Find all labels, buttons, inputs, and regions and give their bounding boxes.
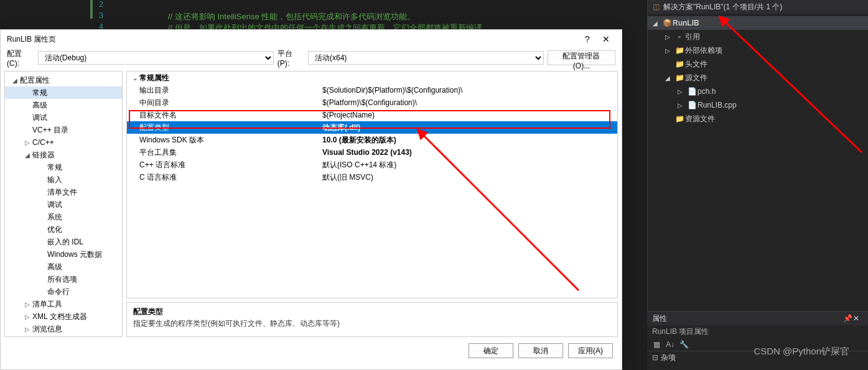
ok-button[interactable]: 确定	[469, 343, 513, 358]
code-lines: // 这还将影响 IntelliSense 性能，包括代码完成和许多代码浏览功能…	[168, 0, 490, 34]
config-tree[interactable]: ◢配置属性常规高级调试VC++ 目录▷C/C++◢链接器常规输入清单文件调试系统…	[4, 71, 123, 337]
prop-row[interactable]: C 语言标准默认(旧 MSVC)	[127, 171, 617, 183]
tree-item[interactable]: 命令行	[5, 285, 122, 298]
expand-arrow-icon[interactable]: ▷	[678, 102, 686, 109]
tree-item-label: 调试	[32, 113, 47, 123]
tree-item[interactable]: 调试	[5, 111, 122, 124]
tree-item[interactable]: Windows 元数据	[5, 248, 122, 261]
dialog-title: RunLIB 属性页	[7, 34, 56, 45]
prop-row[interactable]: 平台工具集Visual Studio 2022 (v143)	[127, 146, 617, 159]
prop-row[interactable]: C++ 语言标准默认(ISO C++14 标准)	[127, 159, 617, 171]
tree-item-label: 高级	[32, 100, 47, 111]
prop-row[interactable]: 目标文件名$(ProjectName)	[127, 109, 617, 121]
prop-value[interactable]: $(Platform)\$(Configuration)\	[320, 98, 617, 107]
item-icon: 📁	[674, 73, 685, 82]
cancel-button[interactable]: 取消	[518, 343, 563, 358]
tree-item[interactable]: 清单文件	[5, 186, 122, 198]
prop-value[interactable]: 动态库(.dll)	[320, 123, 606, 133]
solution-item[interactable]: ◢📁源文件	[648, 71, 868, 85]
platform-combo[interactable]: 活动(x64)	[308, 51, 544, 65]
tree-item-label: 清单文件	[47, 187, 77, 198]
properties-panel[interactable]: 属性 📌 ✕ RunLIB 项目属性 ▦ A↓ 🔧 ⊟杂项	[647, 311, 868, 370]
solution-item-label: 引用	[685, 32, 700, 42]
prop-value[interactable]: 默认(ISO C++14 标准)	[320, 160, 617, 170]
tree-item[interactable]: ▷XML 文档生成器	[5, 310, 122, 323]
group-header[interactable]: ⌄常规属性	[127, 72, 617, 84]
tree-item[interactable]: ▷浏览信息	[5, 323, 122, 335]
dropdown-icon[interactable]: ⌄	[606, 123, 617, 132]
props-grid[interactable]: ⌄常规属性 输出目录$(SolutionDir)$(Platform)\$(Co…	[126, 71, 618, 298]
prop-row[interactable]: 配置类型动态库(.dll)⌄	[127, 121, 617, 134]
tree-item[interactable]: ◢链接器	[5, 149, 122, 161]
tree-item[interactable]: 高级	[5, 99, 122, 111]
prop-panel-title[interactable]: 属性 📌 ✕	[647, 312, 868, 325]
tree-item[interactable]: ▷C/C++	[5, 136, 122, 149]
prop-row[interactable]: 输出目录$(SolutionDir)$(Platform)\$(Configur…	[127, 84, 617, 96]
solution-item[interactable]: 📁头文件	[648, 57, 868, 71]
solution-item-label: RunLIB	[673, 19, 699, 27]
config-combo[interactable]: 活动(Debug)	[38, 51, 274, 65]
dialog-buttons: 确定 取消 应用(A)	[1, 341, 622, 364]
tree-item[interactable]: 所有选项	[5, 273, 122, 285]
solution-item[interactable]: ▷📄RunLIB.cpp	[648, 98, 868, 112]
tree-item[interactable]: 常规	[5, 86, 122, 99]
tree-item[interactable]: 高级	[5, 261, 122, 273]
pin-icon[interactable]: 📌	[843, 314, 853, 323]
solution-item[interactable]: ▷📄pch.h	[648, 85, 868, 98]
solution-item-label: RunLIB.cpp	[698, 101, 737, 109]
expand-arrow-icon[interactable]: ◢	[665, 75, 674, 81]
solution-item[interactable]: ◢📦RunLIB	[648, 16, 868, 30]
prop-row[interactable]: Windows SDK 版本10.0 (最新安装的版本)	[127, 134, 617, 146]
tree-arrow-icon: ◢	[25, 152, 32, 159]
tree-item[interactable]: 输入	[5, 173, 122, 186]
solution-header[interactable]: ◫ 解决方案"RunLIB"(1 个项目/共 1 个)	[648, 0, 868, 14]
tree-item-label: 高级	[47, 262, 62, 272]
dialog-titlebar[interactable]: RunLIB 属性页 ? ✕	[1, 30, 622, 49]
solution-item[interactable]: ▷▫引用	[648, 30, 868, 44]
solution-explorer[interactable]: ◫ 解决方案"RunLIB"(1 个项目/共 1 个) ◢📦RunLIB▷▫引用…	[647, 0, 868, 311]
tree-item-label: C/C++	[32, 138, 54, 147]
minimap	[0, 0, 93, 31]
solution-item-label: 头文件	[685, 59, 707, 70]
item-icon: 📄	[686, 87, 698, 96]
item-icon: ▫	[674, 32, 685, 41]
solution-item-label: 外部依赖项	[685, 45, 722, 56]
help-button[interactable]: ?	[578, 34, 597, 44]
tree-item[interactable]: ◢配置属性	[5, 74, 122, 86]
prop-value[interactable]: Visual Studio 2022 (v143)	[320, 148, 617, 157]
prop-value[interactable]: $(ProjectName)	[320, 111, 617, 119]
prop-value[interactable]: $(SolutionDir)$(Platform)\$(Configuratio…	[320, 86, 617, 95]
close-panel-icon[interactable]: ✕	[853, 314, 863, 323]
tree-item[interactable]: 常规	[5, 161, 122, 173]
tree-item-label: 优化	[47, 224, 62, 235]
config-manager-button[interactable]: 配置管理器(O)...	[548, 50, 615, 65]
solution-item[interactable]: ▷📁外部依赖项	[648, 44, 868, 57]
config-label: 配置(C):	[7, 49, 34, 68]
expand-arrow-icon[interactable]: ◢	[653, 20, 661, 27]
expand-arrow-icon[interactable]: ▷	[665, 47, 674, 54]
dialog-toolbar: 配置(C): 活动(Debug) 平台(P): 活动(x64) 配置管理器(O)…	[1, 49, 622, 67]
tree-item[interactable]: 调试	[5, 198, 122, 211]
expand-arrow-icon[interactable]: ▷	[678, 88, 686, 95]
sort-icon[interactable]: A↓	[665, 339, 676, 350]
tree-item[interactable]: ▷清单工具	[5, 298, 122, 310]
tree-item[interactable]: 优化	[5, 223, 122, 236]
tree-item[interactable]: VC++ 目录	[5, 124, 122, 136]
wrench-icon[interactable]: 🔧	[678, 339, 689, 350]
item-icon: 📁	[674, 46, 685, 55]
tree-item[interactable]: 系统	[5, 211, 122, 223]
close-button[interactable]: ✕	[597, 34, 615, 44]
prop-value[interactable]: 10.0 (最新安装的版本)	[320, 135, 617, 146]
prop-name: 平台工具集	[127, 147, 320, 158]
prop-value[interactable]: 默认(旧 MSVC)	[320, 172, 617, 183]
tree-item-label: 配置属性	[20, 75, 50, 86]
solution-item[interactable]: 📁资源文件	[648, 112, 868, 126]
tree-item[interactable]: 嵌入的 IDL	[5, 236, 122, 248]
categorize-icon[interactable]: ▦	[651, 339, 662, 350]
prop-name: Windows SDK 版本	[127, 135, 320, 146]
apply-button[interactable]: 应用(A)	[568, 343, 613, 358]
prop-name: 目标文件名	[127, 110, 320, 121]
tree-item-label: 浏览信息	[32, 324, 62, 335]
expand-arrow-icon[interactable]: ▷	[665, 34, 674, 40]
prop-row[interactable]: 中间目录$(Platform)\$(Configuration)\	[127, 96, 617, 109]
